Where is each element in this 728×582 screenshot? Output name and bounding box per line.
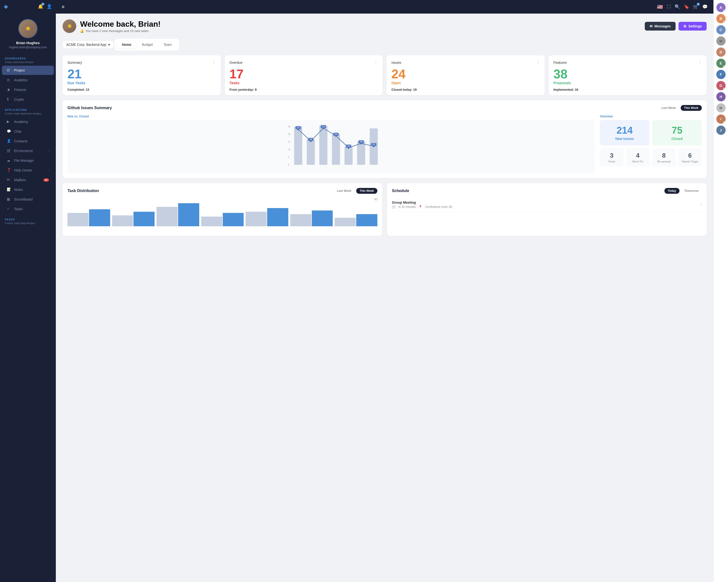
svg-text:45: 45 bbox=[288, 126, 290, 128]
sidebar-item-project[interactable]: ☑ Project bbox=[2, 66, 54, 75]
schedule-header: Schedule Today Tomorrow bbox=[392, 188, 702, 194]
sidebar-item-contacts[interactable]: 👤 Contacts bbox=[2, 137, 54, 146]
right-avatar-9[interactable]: M bbox=[717, 103, 726, 113]
main-content: 😊 Welcome back, Brian! 🔔 You have 2 new … bbox=[56, 13, 713, 582]
task-this-week-btn[interactable]: This Week bbox=[356, 188, 378, 194]
sidebar-item-ecommerce[interactable]: 🛒 ECommerce › bbox=[2, 146, 54, 156]
messages-button[interactable]: ✉ Messages bbox=[645, 22, 676, 31]
tab-team[interactable]: Team bbox=[159, 41, 177, 49]
sidebar-item-mailbox[interactable]: ✉ Mailbox 27 bbox=[2, 175, 54, 185]
right-avatar-7[interactable]: G bbox=[717, 81, 726, 90]
welcome-avatar: 😊 bbox=[62, 20, 76, 33]
user-email: hughes.brian@company.com bbox=[9, 46, 47, 49]
schedule-title: Schedule bbox=[392, 189, 409, 193]
github-issues-card: Github Issues Summary Last Week This Wee… bbox=[62, 100, 707, 178]
stat-features-label: Proposals bbox=[553, 81, 702, 85]
schedule-tomorrow-btn[interactable]: Tomorrow bbox=[681, 188, 702, 194]
mini-stat-wontfix: 4 Won't Fix bbox=[626, 148, 650, 166]
hamburger-button[interactable]: ≡ bbox=[62, 4, 64, 10]
analytics-icon: ◎ bbox=[7, 78, 11, 82]
sidebar-item-label: Tasks bbox=[14, 207, 23, 211]
chevron-right-icon: › bbox=[48, 149, 49, 152]
right-avatar-0[interactable]: A bbox=[717, 3, 726, 12]
task-dist-toggles: Last Week This Week bbox=[334, 188, 378, 194]
search-icon[interactable]: 🔍 bbox=[675, 4, 680, 9]
stat-card-issues-menu[interactable]: ⋮ bbox=[536, 60, 540, 65]
right-avatar-1[interactable]: B bbox=[717, 14, 726, 23]
stat-card-overdue-title: Overdue bbox=[230, 61, 243, 64]
stat-card-overdue: Overdue ⋮ 17 Tasks From yesterday: 9 bbox=[225, 55, 383, 95]
stat-card-summary-menu[interactable]: ⋮ bbox=[212, 60, 216, 65]
task-last-week-btn[interactable]: Last Week bbox=[334, 188, 355, 194]
sidebar-item-label: Contacts bbox=[14, 139, 27, 143]
right-sidebar: A B C M D E F G H M I J bbox=[713, 0, 728, 582]
task-distribution-card: Task Distribution Last Week This Week 40 bbox=[62, 183, 382, 236]
tab-home[interactable]: Home bbox=[117, 41, 136, 49]
right-avatar-2[interactable]: C bbox=[717, 25, 726, 34]
project-selector-label: ACME Corp. Backend App bbox=[66, 43, 106, 47]
tasks-icon: ✓ bbox=[7, 207, 11, 211]
project-selector[interactable]: ACME Corp. Backend App ▾ bbox=[62, 40, 113, 49]
schedule-item-meta: 🕐 in 32 minutes 📍 Conference room 1B bbox=[392, 205, 452, 209]
flag-icon[interactable]: 🇺🇸 bbox=[657, 4, 663, 10]
top-nav: ≡ 🇺🇸 ⛶ 🔍 🔖 🛒 5 💬 bbox=[56, 0, 713, 13]
stat-card-features-menu[interactable]: ⋮ bbox=[698, 60, 702, 65]
sidebar-item-label: Crypto bbox=[14, 98, 24, 101]
schedule-item-details: Group Meeting 🕐 in 32 minutes 📍 Conferen… bbox=[392, 200, 452, 209]
stat-card-overdue-menu[interactable]: ⋮ bbox=[374, 60, 378, 65]
svg-text:18: 18 bbox=[288, 148, 290, 150]
sidebar-item-label: Project bbox=[14, 68, 25, 72]
stat-overdue-label: Tasks bbox=[230, 81, 378, 85]
right-avatar-4[interactable]: D bbox=[717, 48, 726, 57]
sidebar-item-tasks[interactable]: ✓ Tasks bbox=[2, 204, 54, 214]
stat-card-summary-title: Summary bbox=[68, 61, 82, 64]
sidebar-item-analytics[interactable]: ◎ Analytics bbox=[2, 76, 54, 85]
sidebar-item-notes[interactable]: 📝 Notes bbox=[2, 185, 54, 194]
bookmark-icon[interactable]: 🔖 bbox=[684, 4, 689, 9]
expand-icon[interactable]: ⛶ bbox=[667, 5, 671, 9]
github-card-header: Github Issues Summary Last Week This Wee… bbox=[68, 105, 702, 111]
profile-icon[interactable]: 👤 bbox=[47, 4, 52, 9]
schedule-item-arrow[interactable]: › bbox=[701, 202, 702, 207]
schedule-location: Conference room 1B bbox=[425, 205, 452, 209]
cart-icon[interactable]: 🛒 5 bbox=[693, 4, 698, 9]
closed-label: Closed bbox=[672, 137, 683, 141]
settings-button[interactable]: ⚙ Settings bbox=[678, 22, 707, 31]
right-avatar-3[interactable]: M bbox=[717, 36, 726, 46]
schedule-today-btn[interactable]: Today bbox=[665, 188, 679, 194]
tab-budget[interactable]: Budget bbox=[137, 41, 157, 49]
week-toggles: Last Week This Week bbox=[658, 105, 702, 111]
notification-badge: 3 bbox=[41, 3, 45, 6]
this-week-button[interactable]: This Week bbox=[681, 105, 702, 111]
right-avatar-10[interactable]: I bbox=[717, 114, 726, 124]
overview-top: 214 New Issues 75 Closed bbox=[600, 120, 702, 145]
messages-nav-icon[interactable]: 💬 bbox=[702, 4, 708, 9]
sidebar-item-helpcenter[interactable]: ❓ Help Center › bbox=[2, 166, 54, 175]
sidebar-item-chat[interactable]: 💬 Chat bbox=[2, 127, 54, 136]
notification-icon[interactable]: 🔔 3 bbox=[38, 4, 43, 9]
cart-badge: 5 bbox=[697, 3, 700, 6]
right-avatar-11[interactable]: J bbox=[717, 126, 726, 135]
last-week-button[interactable]: Last Week bbox=[658, 105, 679, 111]
svg-point-35 bbox=[322, 127, 324, 129]
overview-section: Overview 214 New Issues 75 Closed bbox=[600, 115, 702, 173]
filemanager-icon: ☁ bbox=[7, 158, 11, 163]
stat-summary-label: Due Tasks bbox=[68, 81, 216, 85]
github-body: New vs. Closed 0 9 18 27 36 45 bbox=[68, 115, 702, 173]
sidebar-item-filemanager[interactable]: ☁ File Manager bbox=[2, 156, 54, 165]
schedule-item-title: Group Meeting bbox=[392, 200, 452, 204]
sidebar-item-academy[interactable]: ▶ Academy bbox=[2, 117, 54, 126]
chart-label: New vs. Closed bbox=[68, 115, 595, 118]
right-avatar-8[interactable]: H bbox=[717, 92, 726, 101]
schedule-toggles: Today Tomorrow bbox=[665, 188, 702, 194]
stat-overdue-number: 17 bbox=[230, 68, 378, 80]
right-avatar-6[interactable]: F bbox=[717, 70, 726, 79]
sidebar-item-crypto[interactable]: $ Crypto bbox=[2, 95, 54, 104]
svg-rect-17 bbox=[357, 141, 365, 165]
right-avatar-5[interactable]: E bbox=[717, 59, 726, 68]
triage-count: 6 bbox=[688, 152, 692, 159]
sidebar-item-finance[interactable]: ◑ Finance bbox=[2, 85, 54, 94]
stat-summary-number: 21 bbox=[68, 68, 216, 80]
sidebar-item-scrumboard[interactable]: ▦ Scrumboard bbox=[2, 195, 54, 204]
mini-stat-triage: 6 Needs Triage bbox=[678, 148, 702, 166]
